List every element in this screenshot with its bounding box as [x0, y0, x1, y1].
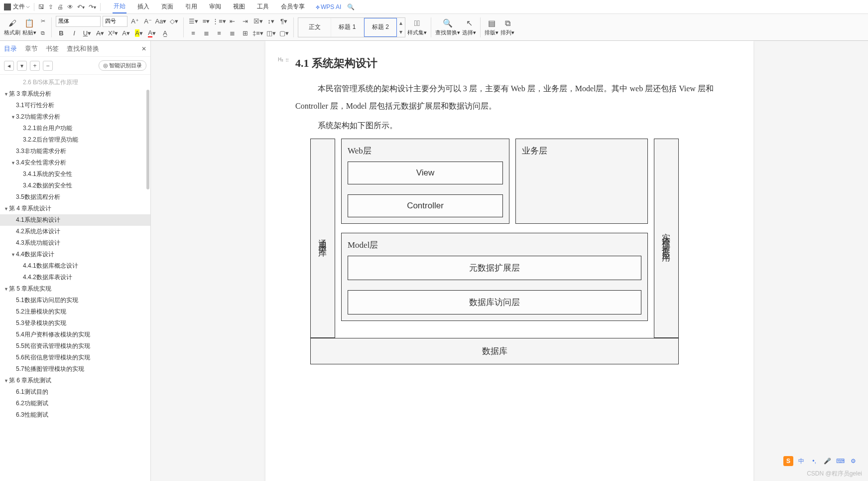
close-icon[interactable]: ✕: [141, 45, 146, 52]
line-spacing-icon[interactable]: ‡≡▾: [252, 28, 263, 39]
outline-item[interactable]: ▼3.3非功能需求分析: [0, 146, 150, 157]
file-menu[interactable]: 文件: [13, 2, 30, 11]
border-icon[interactable]: ▢▾: [278, 28, 289, 39]
font-name-select[interactable]: [56, 16, 101, 27]
outline-item[interactable]: ▼3.5数据流程分析: [0, 191, 150, 203]
outline-item[interactable]: ▼5.6民宿信息管理模块的实现: [0, 352, 150, 363]
outline-item[interactable]: ▼4.3系统功能设计: [0, 237, 150, 249]
sidebar-tab-find[interactable]: 查找和替换: [67, 44, 99, 53]
expand-down-icon[interactable]: ▾: [17, 61, 27, 71]
number-list-icon[interactable]: ≡▾: [201, 16, 212, 27]
outline-item[interactable]: ▼3.1可行性分析: [0, 100, 150, 111]
outline-item[interactable]: ▼5.7轮播图管理模块的实现: [0, 363, 150, 375]
expand-icon[interactable]: ▼: [4, 378, 9, 383]
tab-start[interactable]: 开始: [113, 0, 126, 13]
layout-button[interactable]: ▤ 排版▾: [485, 18, 498, 36]
sidebar-tab-bookmark[interactable]: 书签: [46, 44, 59, 53]
tab-tools[interactable]: 工具: [256, 0, 270, 13]
style-heading1[interactable]: 标题 1: [331, 18, 364, 37]
decrease-font-icon[interactable]: A⁻: [142, 16, 153, 27]
drag-handle-icon[interactable]: ⠿: [285, 58, 289, 63]
smart-recognize-button[interactable]: ◎智能识别目录: [99, 60, 146, 71]
document-area[interactable]: H₂ ⠿ 4.1 系统架构设计 本民宿管理系统的架构设计主要分为可以 3 层，主…: [151, 41, 868, 481]
outline-item[interactable]: ▼4.4数据库设计: [0, 249, 150, 260]
outline-item[interactable]: ▼5.2注册模块的实现: [0, 306, 150, 318]
collapse-left-icon[interactable]: ◂: [4, 61, 14, 71]
sort-icon[interactable]: ↕▾: [265, 16, 276, 27]
expand-icon[interactable]: ▼: [11, 160, 16, 165]
outline-item[interactable]: ▼4.4.1数据库概念设计: [0, 260, 150, 272]
outline-item[interactable]: ▼第 6 章系统测试: [0, 375, 150, 386]
sidebar-tab-toc[interactable]: 目录: [4, 44, 17, 53]
clear-format-icon[interactable]: ◇▾: [168, 16, 179, 27]
outline-item[interactable]: ▼3.4.2数据的安全性: [0, 180, 150, 191]
highlight-icon[interactable]: A▾: [133, 28, 144, 39]
expand-icon[interactable]: ▼: [4, 92, 9, 97]
underline-icon[interactable]: U▾: [82, 28, 93, 39]
text-direction-icon[interactable]: ☒▾: [252, 16, 263, 27]
format-painter-button[interactable]: 🖌 格式刷: [4, 18, 20, 36]
expand-icon[interactable]: ▼: [11, 115, 16, 120]
outline-item[interactable]: ▼3.4安全性需求分析: [0, 157, 150, 168]
wps-ai-button[interactable]: ⟡WPS AI: [316, 3, 341, 10]
outline-item[interactable]: ▼3.2.2后台管理员功能: [0, 134, 150, 146]
font-size-select[interactable]: [103, 16, 127, 27]
scrollbar-thumb[interactable]: [146, 90, 149, 189]
tab-view[interactable]: 视图: [232, 0, 246, 13]
align-center-icon[interactable]: ≣: [201, 28, 212, 39]
ime-lang-icon[interactable]: 中: [796, 456, 806, 466]
font-color-icon[interactable]: A▾: [146, 28, 157, 39]
outline-item[interactable]: ▼5.1数据库访问层的实现: [0, 295, 150, 306]
outline-item[interactable]: ▼第 5 章系统实现: [0, 283, 150, 295]
tab-member[interactable]: 会员专享: [280, 0, 306, 13]
align-distribute-icon[interactable]: ⊞: [240, 28, 250, 39]
cut-icon[interactable]: ✂: [38, 16, 47, 27]
expand-icon[interactable]: ▼: [4, 287, 9, 292]
tab-reference[interactable]: 引用: [184, 0, 198, 13]
tab-page[interactable]: 页面: [160, 0, 174, 13]
align-justify-icon[interactable]: ≣: [227, 28, 238, 39]
outline-item[interactable]: ▼4.1系统架构设计: [0, 214, 150, 226]
find-replace-button[interactable]: 🔍 查找替换▾: [435, 18, 460, 36]
share-icon[interactable]: ⇪: [48, 3, 53, 10]
print-icon[interactable]: 🖨: [57, 3, 63, 10]
shading-icon[interactable]: ◫▾: [265, 28, 276, 39]
expand-icon[interactable]: ▼: [4, 206, 9, 211]
outline-item[interactable]: ▼3.2功能需求分析: [0, 111, 150, 123]
ime-mic-icon[interactable]: 🎤: [822, 456, 832, 466]
add-icon[interactable]: +: [30, 61, 40, 71]
outline-item[interactable]: ▼6.3性能测试: [0, 409, 150, 421]
change-case-icon[interactable]: Aa▾: [155, 16, 166, 27]
tab-review[interactable]: 审阅: [208, 0, 222, 13]
italic-icon[interactable]: I: [69, 28, 80, 39]
outline-item[interactable]: ▼6.2功能测试: [0, 398, 150, 409]
ime-settings-icon[interactable]: ⚙: [848, 456, 858, 466]
redo-icon[interactable]: ↷▾: [89, 3, 96, 10]
decrease-indent-icon[interactable]: ⇤: [227, 16, 238, 27]
bullet-list-icon[interactable]: ☰▾: [188, 16, 199, 27]
superscript-icon[interactable]: X²▾: [108, 28, 119, 39]
outline-item[interactable]: ▼5.3登录模块的实现: [0, 318, 150, 329]
outline-item[interactable]: ▼3.2.1前台用户功能: [0, 123, 150, 134]
strikethrough-icon[interactable]: A̶▾: [95, 28, 106, 39]
select-button[interactable]: ↖ 选择▾: [462, 18, 476, 36]
outline-item[interactable]: ▼第 3 章系统分析: [0, 88, 150, 100]
align-left-icon[interactable]: ≡: [188, 28, 199, 39]
multilevel-list-icon[interactable]: ⋮≡▾: [214, 16, 225, 27]
sidebar-tab-chapter[interactable]: 章节: [25, 44, 38, 53]
bold-icon[interactable]: B: [56, 28, 67, 39]
style-set-button[interactable]: Ａ̲ 样式集▾: [407, 18, 427, 36]
outline-item[interactable]: ▼3.4.1系统的安全性: [0, 168, 150, 180]
remove-icon[interactable]: −: [43, 61, 53, 71]
undo-icon[interactable]: ↶▾: [77, 3, 85, 10]
copy-icon[interactable]: ⧉: [38, 28, 47, 39]
arrange-button[interactable]: ⧉ 排列▾: [500, 18, 514, 36]
ime-indicator-icon[interactable]: S: [783, 456, 793, 466]
ime-keyboard-icon[interactable]: ⌨: [835, 456, 845, 466]
show-marks-icon[interactable]: ¶▾: [278, 16, 289, 27]
save-icon[interactable]: 🖫: [38, 3, 44, 10]
outline-item[interactable]: ▼6.1测试目的: [0, 386, 150, 398]
tab-insert[interactable]: 插入: [136, 0, 150, 13]
outline-item[interactable]: ▼4.2系统总体设计: [0, 226, 150, 237]
paste-button[interactable]: 📋 粘贴▾: [22, 18, 36, 36]
